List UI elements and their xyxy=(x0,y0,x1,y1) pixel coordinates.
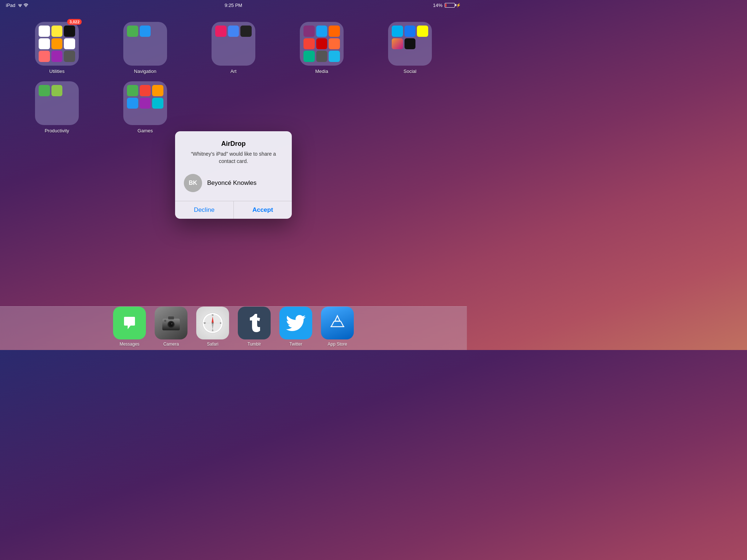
dialog-content: AirDrop “Whitney’s iPad” would like to s… xyxy=(175,131,292,201)
decline-button[interactable]: Decline xyxy=(175,201,234,219)
contact-name: Beyoncé Knowles xyxy=(207,179,256,187)
dialog-buttons: Decline Accept xyxy=(175,201,292,219)
contact-row: BK Beyoncé Knowles xyxy=(184,172,283,194)
dialog-message: “Whitney’s iPad” would like to share a c… xyxy=(184,151,283,165)
dialog-title: AirDrop xyxy=(184,140,283,148)
dialog-overlay: AirDrop “Whitney’s iPad” would like to s… xyxy=(0,0,467,350)
airdrop-dialog: AirDrop “Whitney’s iPad” would like to s… xyxy=(175,131,292,218)
contact-avatar: BK xyxy=(184,174,202,192)
accept-button[interactable]: Accept xyxy=(234,201,292,219)
